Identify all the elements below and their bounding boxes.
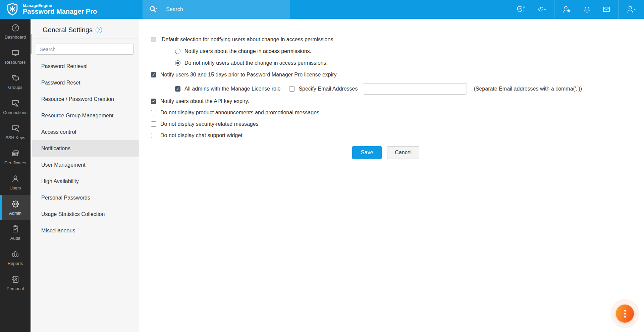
scrollbar-thumb[interactable] (31, 34, 32, 54)
product-announcements-label: Do not display product announcements and… (160, 110, 321, 116)
sidebar-item-users[interactable]: Users (0, 170, 31, 195)
chat-widget-checkbox[interactable] (151, 133, 156, 138)
certificate-icon (11, 149, 20, 158)
sidebar-item-audit[interactable]: Audit (0, 220, 31, 245)
bar-chart-icon (11, 250, 20, 259)
gauge-icon (11, 23, 20, 33)
topbar: ManageEngine Password Manager Pro (0, 0, 644, 19)
settings-menu: Password Retrieval Password Reset Resour… (31, 58, 139, 239)
shield-asterisk-logo-icon (5, 2, 19, 16)
cancel-button[interactable]: Cancel (387, 146, 419, 159)
page-title: General Settings (43, 26, 93, 34)
menu-item-access-control[interactable]: Access control (31, 124, 139, 140)
bell-icon[interactable] (577, 0, 597, 19)
chat-widget-label: Do not display chat support widget (160, 132, 243, 139)
upgrade-shield-icon[interactable] (511, 0, 531, 19)
menu-item-password-reset[interactable]: Password Reset (31, 74, 139, 91)
sidebar-item-reports[interactable]: Reports (0, 245, 31, 270)
sidebar-item-label: SSH Keys (5, 135, 25, 140)
quick-links-icon[interactable] (531, 0, 552, 19)
kebab-dot (624, 310, 626, 312)
global-search-bar (143, 0, 290, 19)
security-messages-checkbox[interactable] (151, 121, 156, 127)
menu-item-resource-group-management[interactable]: Resource Group Management (31, 107, 139, 124)
primary-sidebar: Dashboard Resources Groups Connections (0, 19, 31, 332)
monitors-icon (11, 73, 20, 83)
license-expiry-label: Notify users 30 and 15 days prior to Pas… (160, 72, 338, 78)
do-not-notify-users-radio-label: Do not notify users about the change in … (184, 60, 328, 66)
all-admins-checkbox[interactable]: ✓ (175, 86, 180, 92)
sidebar-item-ssh-keys[interactable]: SSH Keys (0, 119, 31, 145)
menu-item-resource-password-creation[interactable]: Resource / Password Creation (31, 91, 139, 107)
product-name: Password Manager Pro (23, 8, 97, 15)
clipboard-check-icon (11, 224, 20, 234)
sidebar-item-label: Certificates (4, 160, 26, 165)
sidebar-item-label: Personal (7, 286, 24, 291)
menu-item-user-management[interactable]: User Management (31, 157, 139, 173)
menu-item-notifications[interactable]: Notifications (31, 140, 139, 157)
gear-icon (11, 199, 20, 209)
general-settings-panel: General Settings ? Password Retrieval Pa… (31, 19, 139, 332)
specify-email-checkbox[interactable] (289, 86, 294, 92)
license-expiry-checkbox[interactable]: ✓ (151, 72, 156, 77)
product-announcements-checkbox[interactable] (151, 110, 156, 115)
menu-item-high-availability[interactable]: High Availability (31, 173, 139, 189)
request-role-user-star-icon[interactable] (556, 0, 577, 19)
sidebar-item-label: Audit (10, 236, 20, 241)
email-comma-note: (Separate Email addresses with a comma('… (474, 86, 582, 92)
menu-item-miscellaneous[interactable]: Miscellaneous (31, 222, 139, 239)
topbar-divider (618, 0, 619, 19)
kebab-dot (624, 313, 626, 315)
sidebar-item-resources[interactable]: Resources (0, 44, 31, 69)
menu-item-password-retrieval[interactable]: Password Retrieval (31, 58, 139, 74)
brand-name: ManageEngine (23, 4, 97, 8)
sidebar-item-label: Users (10, 185, 21, 190)
sidebar-item-groups[interactable]: Groups (0, 69, 31, 94)
notifications-settings-content: ✓ Default selection for notifying users … (140, 19, 644, 332)
mail-icon[interactable] (597, 0, 616, 19)
sidebar-item-label: Resources (5, 60, 25, 65)
ssh-key-icon (11, 124, 20, 133)
settings-search-input[interactable] (36, 44, 133, 55)
specify-email-label: Specify Email Addresses (299, 86, 358, 92)
do-not-notify-users-radio[interactable] (175, 60, 180, 66)
user-icon (11, 174, 20, 183)
profile-user-icon[interactable] (621, 0, 642, 19)
menu-item-personal-passwords[interactable]: Personal Passwords (31, 189, 139, 206)
search-icon[interactable] (149, 5, 159, 14)
api-key-expiry-label: Notify users about the API key expiry. (160, 98, 249, 104)
topbar-divider (554, 0, 554, 19)
api-key-expiry-checkbox[interactable]: ✓ (151, 99, 156, 104)
notify-users-radio-label: Notify users about the change in access … (184, 48, 311, 54)
topbar-actions (511, 0, 642, 19)
save-button[interactable]: Save (352, 146, 382, 159)
monitor-icon (11, 48, 20, 58)
sidebar-item-personal[interactable]: Personal (0, 270, 31, 295)
kebab-dot (624, 316, 626, 318)
panel-scrollbar[interactable] (31, 19, 32, 332)
default-selection-label: Default selection for notifying users ab… (162, 37, 335, 43)
sidebar-item-label: Dashboard (5, 35, 26, 40)
help-icon[interactable]: ? (96, 27, 102, 33)
security-messages-label: Do not display security-related messages (160, 121, 259, 127)
fab-halo (610, 299, 639, 328)
sidebar-item-certificates[interactable]: Certificates (0, 145, 31, 170)
address-book-icon (11, 275, 20, 284)
sidebar-item-dashboard[interactable]: Dashboard (0, 19, 31, 44)
app-logo[interactable]: ManageEngine Password Manager Pro (0, 2, 143, 16)
sidebar-item-label: Reports (8, 261, 23, 266)
notify-users-radio[interactable] (175, 49, 180, 54)
sidebar-item-label: Admin (9, 211, 21, 216)
sidebar-item-label: Connections (3, 110, 27, 115)
all-admins-label: All admins with the Manage License role (184, 86, 280, 92)
search-input[interactable] (166, 6, 267, 12)
remote-connection-icon (11, 99, 20, 108)
more-actions-fab[interactable] (616, 305, 634, 323)
sidebar-item-label: Groups (8, 85, 22, 90)
sidebar-item-admin[interactable]: Admin (0, 195, 31, 220)
menu-item-usage-statistics-collection[interactable]: Usage Statistics Collection (31, 206, 139, 222)
sidebar-item-connections[interactable]: Connections (0, 94, 31, 119)
default-selection-checkbox: ✓ (151, 37, 156, 42)
email-addresses-input[interactable] (363, 83, 467, 95)
